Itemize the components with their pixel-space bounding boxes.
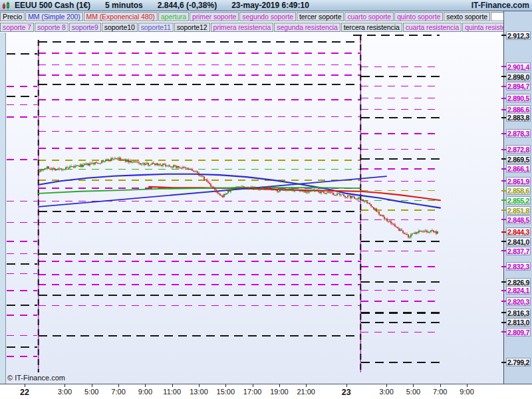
candle-body [434,231,436,232]
candle-body [61,168,63,170]
candle-body [137,162,138,162]
candle-body [182,167,184,168]
legend-item[interactable]: soporte9 [69,23,101,32]
candle-body [176,166,177,168]
candle-body [396,227,397,227]
candle-body [117,159,118,160]
price-label-box: 2.799,2 [506,358,531,366]
legend-item[interactable]: quinto soporte [394,12,443,21]
price-label-box: 2.851,8 [506,206,531,215]
candle-body [192,169,193,170]
legend-item[interactable]: segundo soporte [239,12,296,21]
candle-body [361,200,362,200]
candle-body [47,166,48,168]
legend-item[interactable]: tercera resistencia [341,23,402,32]
time-label: 22 [20,388,29,397]
candle-body [207,182,209,183]
time-label: 5:00 [406,388,420,396]
candle-body [69,166,70,168]
time-tick [25,384,25,387]
candle-body [425,231,426,231]
legend-item[interactable]: soporte11 [138,23,174,32]
candle-body [408,235,409,238]
legend-item[interactable]: MM (Simple 200) [25,12,82,21]
candle-body [347,196,348,198]
candle-body [410,235,412,237]
legend-item[interactable]: segunda resistencia [274,23,340,32]
time-tick [306,384,307,387]
time-label: 21:00 [297,388,315,396]
candle-body [307,192,309,192]
legend-item[interactable]: sexto soporte [444,12,490,21]
price-label-box: 2.869,5 [506,155,531,164]
price-label-box: 2.866,1 [506,164,531,173]
candle-body [196,172,197,172]
candle-body [72,166,73,167]
candle-body [55,168,56,170]
price-axis[interactable]: 2.912,32.901,42.898,02.894,72.890,52.886… [501,0,532,384]
chart-plot-area[interactable]: © IT-Finance.com [5,33,503,384]
time-axis[interactable]: 223:005:007:009:0011:0013:0015:0017:0019… [0,384,532,399]
candle-body [429,232,430,233]
price-label-box: 2.848,5 [506,215,531,224]
candle-body [238,187,239,188]
candle-body [372,206,373,207]
candle-body [351,196,352,198]
candle-body [215,190,217,192]
candle-body [101,160,102,163]
candle-body [302,190,303,191]
legend-item[interactable]: tercer soporte [297,12,344,21]
candle-body [184,167,185,168]
price-label-box: 2.809,7 [506,328,531,336]
candle-body [291,190,293,190]
legend-item[interactable]: soporte 7 [0,23,34,32]
price-label-box: 2.826,9 [506,278,531,287]
candle-body [305,191,306,192]
candle-body [247,188,249,189]
legend-item[interactable]: cuarta resistencia [403,23,462,32]
price-label: 2.841,0 [501,237,531,246]
candle-body [185,168,186,168]
legend-item[interactable]: soporte 8 [35,23,68,32]
price-tick [501,158,506,160]
price-label: 2.826,9 [501,278,531,287]
candle-body [80,165,81,167]
candle-body [226,194,227,195]
price-label: 2.869,5 [501,155,531,164]
candle-body [88,164,89,166]
legend-item[interactable]: primer soporte [190,12,239,21]
candle-body [294,191,295,192]
price-label: 2.912,3 [501,31,531,40]
time-tick [225,384,226,387]
legend-item[interactable]: quinta resistencia [462,23,504,32]
candle-body [275,190,277,190]
chart-canvas[interactable] [6,33,504,384]
time-tick [440,384,441,387]
legend-item[interactable]: soporte10 [102,23,138,32]
candle-body [109,160,110,161]
legend-item[interactable]: Precio [0,12,25,21]
candle-body [393,224,394,225]
candle-body [57,169,59,170]
candle-body [263,188,265,189]
price-label-box: 2.890,5 [506,94,531,102]
candle-body [259,189,261,190]
candle-body [116,158,117,159]
candle-body [189,169,190,170]
candle-body [102,160,104,162]
price-label-box: 2.861,9 [506,177,531,186]
candle-body [168,166,169,166]
candle-body [255,188,257,188]
candle-body [89,164,90,166]
candle-body [293,190,294,191]
candle-body [278,192,279,192]
candle-body [402,231,404,233]
candle-body [129,161,130,162]
legend-item[interactable]: cuarto soporte [344,12,394,21]
candle-body [394,224,396,226]
legend-item[interactable]: apertura [158,12,189,21]
legend-item[interactable]: primera resistencia [211,23,274,32]
price-label: 2.832,3 [501,262,531,271]
legend-item[interactable]: soporte12 [174,23,210,32]
legend-item[interactable]: MM (Exponencial 480) [84,12,158,21]
